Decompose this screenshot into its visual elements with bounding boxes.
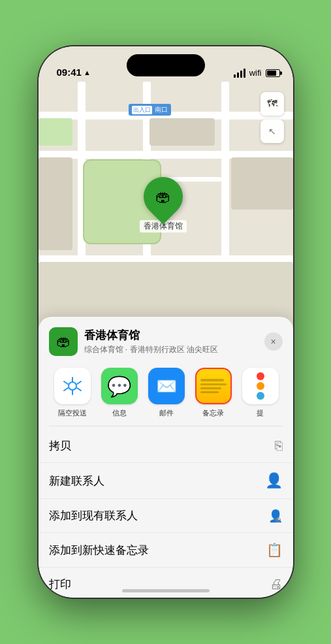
share-item-mail[interactable]: ✉️ 邮件 — [143, 368, 190, 418]
phone-screen: 09:41 ▲ wifi — [39, 46, 293, 598]
dynamic-island — [127, 54, 205, 76]
more-icon-box — [242, 368, 279, 404]
divider-1 — [49, 426, 283, 427]
location-arrow-icon: ▲ — [84, 69, 91, 76]
signal-bars-icon — [234, 69, 245, 78]
copy-label: 拷贝 — [49, 438, 275, 453]
share-item-messages[interactable]: 💬 信息 — [96, 368, 143, 418]
map-controls: 🗺 ↖ — [260, 92, 284, 143]
venue-stadium-icon: 🏟 — [56, 333, 71, 350]
add-notes-icon: 📋 — [266, 542, 283, 558]
notes-label: 备忘录 — [202, 408, 224, 418]
phone-frame: 09:41 ▲ wifi — [39, 46, 293, 598]
share-item-airdrop[interactable]: 隔空投送 — [49, 368, 96, 418]
action-add-existing[interactable]: 添加到现有联系人 👤⊕ — [39, 499, 293, 533]
wifi-icon: wifi — [249, 68, 262, 78]
location-pin: 🏟 香港体育馆 — [140, 177, 187, 233]
compass-icon: ↖ — [268, 126, 276, 137]
share-item-notes[interactable]: 备忘录 — [190, 368, 237, 418]
mail-icon-box: ✉️ — [148, 368, 185, 404]
add-notes-label: 添加到新快速备忘录 — [49, 543, 266, 558]
notes-icon-box — [195, 368, 232, 404]
messages-icon: 💬 — [107, 375, 131, 398]
mail-label: 邮件 — [159, 408, 174, 418]
more-label: 提 — [257, 408, 264, 418]
status-icons: wifi — [234, 68, 280, 78]
add-existing-label: 添加到现有联系人 — [49, 508, 268, 523]
stadium-icon: 🏟 — [155, 187, 171, 206]
venue-subtitle: 综合体育馆 · 香港特别行政区 油尖旺区 — [84, 344, 258, 355]
copy-icon: ⎘ — [275, 438, 283, 453]
map-layers-button[interactable]: 🗺 — [260, 92, 284, 116]
pin-circle: 🏟 — [135, 169, 191, 225]
print-icon: 🖨 — [270, 577, 283, 592]
entrance-badge: 出入口 南口 — [129, 104, 171, 116]
svg-point-0 — [69, 382, 76, 390]
compass-button[interactable]: ↖ — [260, 120, 284, 143]
action-copy[interactable]: 拷贝 ⎘ — [39, 429, 293, 463]
venue-header: 🏟 香港体育馆 综合体育馆 · 香港特别行政区 油尖旺区 × — [39, 317, 293, 362]
action-new-contact[interactable]: 新建联系人 👤 — [39, 463, 293, 499]
airdrop-svg-icon — [61, 375, 84, 397]
action-print[interactable]: 打印 🖨 — [39, 568, 293, 598]
messages-label: 信息 — [112, 408, 127, 418]
share-item-more[interactable]: 提 — [237, 368, 284, 418]
venue-icon: 🏟 — [49, 327, 78, 356]
bottom-sheet: 🏟 香港体育馆 综合体育馆 · 香港特别行政区 油尖旺区 × — [39, 317, 293, 598]
share-row: 隔空投送 💬 信息 ✉️ 邮件 — [39, 362, 293, 423]
airdrop-icon-box — [54, 368, 91, 404]
close-button[interactable]: × — [264, 332, 283, 351]
new-contact-label: 新建联系人 — [49, 474, 265, 489]
action-add-notes[interactable]: 添加到新快速备忘录 📋 — [39, 533, 293, 568]
venue-info: 香港体育馆 综合体育馆 · 香港特别行政区 油尖旺区 — [84, 328, 258, 355]
airdrop-label: 隔空投送 — [58, 408, 87, 418]
messages-icon-box: 💬 — [101, 368, 138, 404]
battery-icon — [266, 69, 280, 77]
map-background: 出入口 南口 🗺 ↖ 🏟 香港体育馆 — [39, 46, 293, 347]
venue-name: 香港体育馆 — [84, 328, 258, 343]
map-layers-icon: 🗺 — [267, 98, 277, 110]
add-existing-icon: 👤⊕ — [268, 509, 283, 523]
new-contact-icon: 👤 — [265, 472, 283, 489]
mail-icon: ✉️ — [156, 376, 177, 396]
home-indicator — [122, 589, 210, 592]
